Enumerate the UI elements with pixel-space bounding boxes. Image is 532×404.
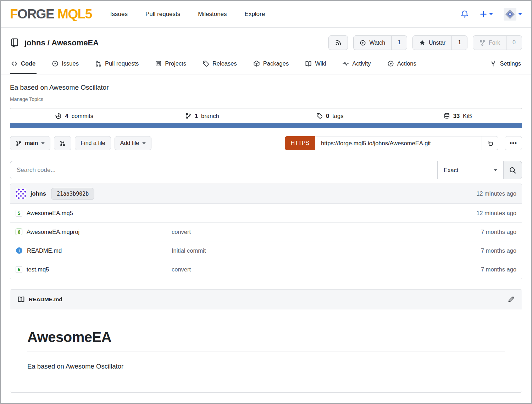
chevron-down-icon bbox=[494, 169, 497, 171]
tab-packages[interactable]: Packages bbox=[252, 54, 290, 74]
tab-code[interactable]: Code bbox=[10, 54, 37, 74]
package-icon bbox=[253, 60, 260, 67]
readme-text: Ea based on Awesome Oscillator bbox=[27, 363, 505, 370]
pull-request-icon bbox=[95, 60, 102, 67]
fork-count[interactable]: 0 bbox=[506, 36, 522, 50]
unstar-button[interactable]: Unstar bbox=[413, 36, 451, 50]
watch-count[interactable]: 1 bbox=[391, 36, 407, 50]
clone-url-group: HTTPS bbox=[285, 136, 498, 150]
nav-link-pull-requests[interactable]: Pull requests bbox=[145, 11, 180, 18]
repo-tabbar: Code Issues Pull requests Projects Relea… bbox=[1, 54, 531, 74]
nav-links: Issues Pull requests Milestones Explore bbox=[110, 11, 265, 18]
issue-icon bbox=[52, 60, 59, 67]
star-button-group: Unstar 1 bbox=[412, 35, 467, 50]
nav-link-issues[interactable]: Issues bbox=[110, 11, 128, 18]
watch-button-group: Watch 1 bbox=[353, 35, 407, 50]
search-submit-button[interactable] bbox=[504, 161, 522, 179]
database-icon bbox=[444, 113, 450, 119]
fork-icon bbox=[479, 40, 486, 46]
clone-more-button[interactable]: ••• bbox=[505, 136, 522, 150]
file-row: 5 AwesomeEA.mq5 12 minutes ago bbox=[10, 204, 522, 223]
file-row: README.md Initial commit 7 months ago bbox=[10, 241, 522, 260]
code-icon bbox=[11, 60, 18, 67]
commit-hash[interactable]: 21aa3b902b bbox=[51, 188, 94, 200]
chevron-down-icon bbox=[142, 142, 146, 144]
tab-settings[interactable]: Settings bbox=[489, 54, 522, 74]
settings-wrench-icon bbox=[490, 60, 497, 67]
stat-commits[interactable]: 4commits bbox=[10, 108, 138, 123]
mqproj-file-icon: {} bbox=[16, 229, 22, 235]
commit-time: 12 minutes ago bbox=[476, 190, 516, 197]
star-icon bbox=[419, 39, 426, 46]
find-file-button[interactable]: Find a file bbox=[75, 136, 111, 150]
book-open-icon bbox=[17, 296, 25, 303]
pencil-icon bbox=[508, 296, 515, 303]
tab-issues[interactable]: Issues bbox=[51, 54, 80, 74]
book-open-icon bbox=[305, 60, 312, 67]
chevron-down-icon bbox=[489, 13, 493, 15]
tab-releases[interactable]: Releases bbox=[201, 54, 238, 74]
user-menu[interactable] bbox=[504, 8, 522, 21]
tag-icon bbox=[316, 113, 323, 119]
watch-button[interactable]: Watch bbox=[354, 36, 391, 50]
fork-button[interactable]: Fork bbox=[473, 36, 506, 50]
nav-link-explore[interactable]: Explore bbox=[245, 11, 265, 18]
repo-content: Ea based on Awesome Oscillator Manage To… bbox=[1, 84, 531, 393]
file-row: 5 test.mq5 convert 7 months ago bbox=[10, 260, 522, 279]
repo-stats-bar: 4commits 1branch 0tags 33KiB bbox=[10, 108, 522, 123]
logo-mql5: MQL5 bbox=[57, 7, 92, 22]
repo-full-name[interactable]: johns / AwesomeEA bbox=[24, 38, 99, 47]
search-icon bbox=[509, 167, 516, 174]
nav-link-milestones[interactable]: Milestones bbox=[198, 11, 227, 18]
rss-button[interactable] bbox=[328, 35, 348, 50]
tab-pull-requests[interactable]: Pull requests bbox=[94, 54, 140, 74]
tab-actions[interactable]: Actions bbox=[386, 54, 417, 74]
readme-body: AwesomeEA Ea based on Awesome Oscillator bbox=[10, 309, 522, 392]
play-circle-icon bbox=[387, 60, 394, 67]
code-search-bar: Exact bbox=[10, 161, 522, 179]
star-count[interactable]: 1 bbox=[451, 36, 467, 50]
logo-forge-rest: ORGE bbox=[17, 7, 54, 22]
readme-heading: AwesomeEA bbox=[27, 329, 505, 352]
branch-selector[interactable]: main bbox=[10, 136, 50, 150]
chevron-down-icon bbox=[518, 13, 522, 15]
create-new-button[interactable] bbox=[480, 10, 493, 18]
commit-author[interactable]: johns bbox=[31, 190, 46, 197]
readme-filename[interactable]: README.md bbox=[29, 296, 62, 303]
add-file-button[interactable]: Add file bbox=[115, 136, 151, 150]
mq5-file-icon: 5 bbox=[16, 266, 22, 273]
code-toolbar: main Find a file Add file HTTPS ••• bbox=[10, 136, 522, 150]
eye-icon bbox=[360, 40, 366, 46]
tab-wiki[interactable]: Wiki bbox=[304, 54, 327, 74]
edit-readme-button[interactable] bbox=[508, 296, 515, 303]
repo-header: johns / AwesomeEA Watch 1 Unstar 1 bbox=[1, 28, 531, 54]
rss-icon bbox=[335, 39, 342, 46]
copy-icon bbox=[487, 140, 493, 146]
language-bar[interactable] bbox=[10, 123, 522, 128]
repo-book-icon bbox=[10, 38, 20, 47]
search-mode-select[interactable]: Exact bbox=[438, 161, 504, 179]
mq5-file-icon: 5 bbox=[16, 210, 22, 217]
copy-url-button[interactable] bbox=[482, 136, 498, 150]
branch-icon bbox=[185, 113, 192, 119]
file-row: {} AwesomeEA.mqproj convert 7 months ago bbox=[10, 223, 522, 241]
compare-branches-button[interactable] bbox=[54, 136, 71, 150]
file-table: johns 21aa3b902b 12 minutes ago 5 Awesom… bbox=[10, 184, 522, 279]
tab-activity[interactable]: Activity bbox=[341, 54, 372, 74]
stat-branches[interactable]: 1branch bbox=[138, 108, 266, 123]
notifications-bell-icon[interactable] bbox=[460, 10, 469, 18]
clone-url-input[interactable] bbox=[315, 136, 482, 150]
forge-mql5-logo[interactable]: FORGE MQL5 bbox=[10, 7, 92, 22]
avatar[interactable] bbox=[16, 189, 26, 199]
manage-topics-link[interactable]: Manage Topics bbox=[10, 96, 522, 102]
readme-card: README.md AwesomeEA Ea based on Awesome … bbox=[10, 289, 522, 393]
https-protocol-button[interactable]: HTTPS bbox=[285, 136, 315, 150]
search-code-input[interactable] bbox=[10, 161, 438, 179]
user-avatar[interactable] bbox=[504, 8, 516, 21]
top-navbar: FORGE MQL5 Issues Pull requests Mileston… bbox=[1, 1, 531, 28]
stat-size[interactable]: 33KiB bbox=[394, 108, 522, 123]
repo-actions: Watch 1 Unstar 1 Fork 0 bbox=[328, 35, 522, 50]
branch-icon bbox=[16, 140, 22, 146]
tab-projects[interactable]: Projects bbox=[154, 54, 187, 74]
stat-tags[interactable]: 0tags bbox=[266, 108, 394, 123]
